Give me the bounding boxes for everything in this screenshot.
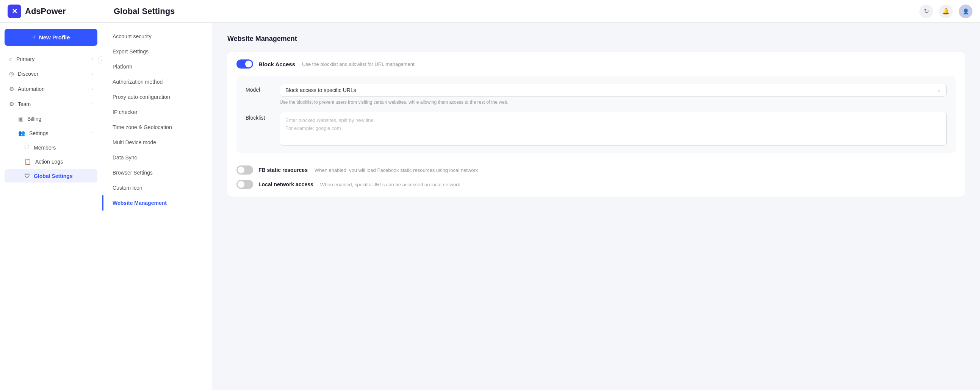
plus-icon: + xyxy=(32,33,36,41)
sidebar-item-team[interactable]: ⚙ Team ˅ xyxy=(5,97,97,111)
main-layout: + New Profile ⌂ Primary › ◎ Discover › xyxy=(0,23,980,390)
settings-nav-label: Browser Settings xyxy=(113,170,153,176)
website-management-card: Block Access Use the blocklist and allow… xyxy=(228,52,965,197)
global-settings-icon: 🛡 xyxy=(24,173,30,179)
billing-icon: ▣ xyxy=(18,116,24,122)
sidebar: + New Profile ⌂ Primary › ◎ Discover › xyxy=(0,23,102,390)
sidebar-item-members[interactable]: 🛡 Members xyxy=(5,141,97,154)
settings-nav-label: Platform xyxy=(113,63,132,70)
notification-button[interactable]: 🔔 xyxy=(939,5,953,18)
block-access-description: Use the blocklist and allowlist for URL … xyxy=(302,61,416,67)
sidebar-item-label: Discover xyxy=(18,71,38,77)
new-profile-label: New Profile xyxy=(39,34,70,41)
sidebar-item-primary[interactable]: ⌂ Primary › xyxy=(5,52,97,66)
settings-nav-multi-device-mode[interactable]: Multi Device mode xyxy=(102,135,212,150)
sidebar-item-billing[interactable]: ▣ Billing xyxy=(5,112,97,126)
toggle-track[interactable] xyxy=(237,59,253,68)
settings-nav-browser-settings[interactable]: Browser Settings xyxy=(102,165,212,180)
section-title: Website Management xyxy=(228,35,965,43)
new-profile-button[interactable]: + New Profile xyxy=(5,29,97,46)
chevron-right-icon: › xyxy=(92,87,93,91)
settings-nav-platform[interactable]: Platform xyxy=(102,59,212,74)
discover-icon: ◎ xyxy=(9,70,14,77)
settings-nav-export-settings[interactable]: Export Settings xyxy=(102,44,212,59)
page-title: Global Settings xyxy=(106,6,920,16)
avatar-button[interactable]: 👤 xyxy=(959,5,972,18)
chevron-right-icon: › xyxy=(92,72,93,76)
sidebar-item-label: Automation xyxy=(18,86,45,92)
chevron-down-icon: ⌄ xyxy=(937,87,941,93)
settings-nav-label: Export Settings xyxy=(113,49,148,54)
sidebar-item-label: Primary xyxy=(16,56,35,62)
settings-nav: Account security Export Settings Platfor… xyxy=(102,23,212,390)
local-network-toggle[interactable] xyxy=(237,180,253,189)
model-row: Model Block access to specific URLs ⌄ Us… xyxy=(245,84,947,106)
settings-nav-label: IP checker xyxy=(113,109,138,115)
settings-nav-authorization-method[interactable]: Authorization method xyxy=(102,74,212,89)
sidebar-item-settings[interactable]: 👥 Settings ˅ xyxy=(5,127,97,140)
automation-icon: ⚙ xyxy=(9,86,14,92)
local-network-description: When enabled, specific URLs can be acces… xyxy=(320,182,460,187)
logo-text: AdsPower xyxy=(25,6,66,16)
settings-nav-custom-icon[interactable]: Custom Icon xyxy=(102,180,212,195)
collapse-icon: ‹ xyxy=(101,58,102,62)
action-logs-icon: 📋 xyxy=(24,158,32,165)
chevron-right-icon: › xyxy=(92,57,93,61)
settings-nav-time-zone-geolocation[interactable]: Time zone & Geolocation xyxy=(102,120,212,135)
settings-nav-data-sync[interactable]: Data Sync xyxy=(102,150,212,165)
sidebar-collapse-button[interactable]: ‹ xyxy=(98,56,102,64)
model-blocklist-section: Model Block access to specific URLs ⌄ Us… xyxy=(237,76,956,153)
toggle-track[interactable] xyxy=(237,165,253,174)
bottom-toggles: FB static resources When enabled, you wi… xyxy=(228,161,965,197)
toggle-track[interactable] xyxy=(237,180,253,189)
content-area: Website Management Block Access Use the … xyxy=(212,23,980,390)
sidebar-item-label: Action Logs xyxy=(35,159,63,165)
sidebar-item-discover[interactable]: ◎ Discover › xyxy=(5,67,97,81)
refresh-icon: ↻ xyxy=(924,8,929,15)
model-select-value: Block access to specific URLs xyxy=(285,87,356,93)
settings-nav-website-management[interactable]: Website Management xyxy=(102,195,212,211)
sidebar-item-global-settings[interactable]: 🛡 Global Settings xyxy=(5,169,97,182)
model-label: Model xyxy=(245,84,272,93)
sidebar-item-automation[interactable]: ⚙ Automation › xyxy=(5,82,97,96)
team-icon: ⚙ xyxy=(9,101,14,108)
logo-icon: ✕ xyxy=(8,5,21,18)
sidebar-item-label: Settings xyxy=(29,130,49,136)
home-icon: ⌂ xyxy=(9,55,13,62)
sidebar-nav: ⌂ Primary › ◎ Discover › ⚙ Automation › xyxy=(5,52,97,182)
block-access-toggle[interactable] xyxy=(237,59,253,68)
settings-icon: 👥 xyxy=(18,130,25,137)
blocklist-label: Blocklist xyxy=(245,112,272,121)
avatar-icon: 👤 xyxy=(963,8,969,14)
fb-static-toggle[interactable] xyxy=(237,165,253,174)
model-control: Block access to specific URLs ⌄ Use the … xyxy=(280,84,947,106)
members-icon: 🛡 xyxy=(24,144,30,151)
settings-nav-label: Data Sync xyxy=(113,154,137,160)
logo-area: ✕ AdsPower xyxy=(8,5,106,18)
sidebar-item-action-logs[interactable]: 📋 Action Logs xyxy=(5,155,97,168)
blocklist-textarea[interactable] xyxy=(280,112,947,146)
settings-nav-label: Custom Icon xyxy=(113,185,143,191)
block-access-label: Block Access xyxy=(258,61,295,67)
chevron-down-icon: ˅ xyxy=(91,132,93,136)
sidebar-item-label: Members xyxy=(34,145,56,151)
settings-nav-proxy-auto-configuration[interactable]: Proxy auto-configuration xyxy=(102,89,212,105)
settings-nav-ip-checker[interactable]: IP checker xyxy=(102,105,212,120)
settings-nav-label: Account security xyxy=(113,33,151,40)
settings-nav-account-security[interactable]: Account security xyxy=(102,29,212,44)
bell-icon: 🔔 xyxy=(942,8,950,15)
block-access-row: Block Access Use the blocklist and allow… xyxy=(228,52,965,76)
local-network-row: Local network access When enabled, speci… xyxy=(237,180,956,189)
top-header: ✕ AdsPower Global Settings ↻ 🔔 👤 xyxy=(0,0,980,23)
refresh-button[interactable]: ↻ xyxy=(920,5,933,18)
model-select-dropdown[interactable]: Block access to specific URLs ⌄ xyxy=(280,84,947,97)
settings-nav-label: Proxy auto-configuration xyxy=(113,94,170,100)
fb-static-description: When enabled, you will load Facebook sta… xyxy=(315,167,478,173)
fb-static-label: FB static resources xyxy=(258,167,308,173)
settings-nav-label: Time zone & Geolocation xyxy=(113,124,172,130)
sidebar-item-label: Global Settings xyxy=(34,173,73,179)
settings-nav-label: Authorization method xyxy=(113,79,162,85)
blocklist-row: Blocklist xyxy=(245,112,947,146)
sidebar-item-label: Billing xyxy=(27,116,41,122)
settings-nav-label: Multi Device mode xyxy=(113,140,156,146)
